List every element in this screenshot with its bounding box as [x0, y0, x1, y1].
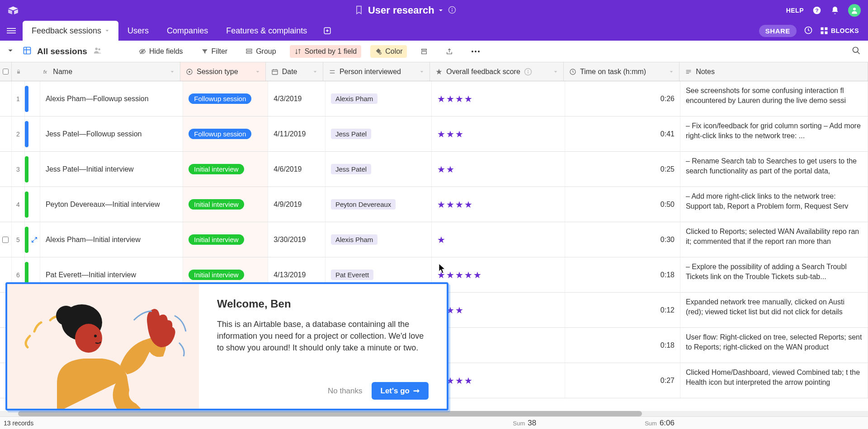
tab-users[interactable]: Users [118, 21, 158, 41]
filter-button[interactable]: Filter [197, 45, 232, 58]
cell-notes[interactable]: User flow: Right-clicked on tree, select… [680, 328, 868, 363]
share-button[interactable]: SHARE [759, 25, 797, 37]
cell-notes[interactable]: – Fix icon/feedback for grid column sort… [680, 117, 868, 151]
sort-button[interactable]: Sorted by 1 field [290, 45, 362, 58]
cell-time[interactable]: 0:26 [565, 81, 680, 116]
cell-score[interactable]: ★★★★ [432, 81, 565, 116]
column-notes[interactable]: Notes [679, 62, 868, 81]
row-checkbox[interactable] [0, 152, 12, 187]
expand-row-button[interactable] [28, 152, 40, 187]
cell-time[interactable]: 0:18 [565, 257, 680, 292]
cell-notes[interactable]: – Explore the possibility of adding a Se… [680, 257, 868, 292]
cell-score[interactable]: ★★★ [432, 293, 565, 327]
cell-session-type[interactable]: Followup session [183, 81, 268, 116]
share-view-button[interactable] [441, 46, 458, 57]
row-checkbox[interactable] [0, 187, 12, 222]
search-button[interactable] [852, 46, 861, 56]
column-session-type[interactable]: Session type [180, 62, 266, 81]
cell-score[interactable]: ★★ [432, 152, 565, 187]
app-logo[interactable] [7, 5, 19, 16]
row-checkbox[interactable] [0, 81, 12, 116]
cell-person[interactable]: Alexis Pham [326, 222, 432, 257]
cell-time[interactable]: 0:30 [565, 222, 680, 257]
cell-person[interactable]: Jess Patel [326, 117, 432, 151]
view-name[interactable]: All sessions [37, 47, 87, 56]
row-height-button[interactable] [416, 46, 432, 57]
table-row[interactable]: 3Jess Patel—Initial interviewInitial int… [0, 152, 868, 187]
cell-time[interactable]: 0:25 [565, 152, 680, 187]
tab-companies[interactable]: Companies [158, 21, 217, 41]
cell-session-type[interactable]: Followup session [183, 117, 268, 151]
sum-time[interactable]: Sum 6:06 [645, 419, 675, 428]
cell-notes[interactable]: – Add more right-click links to the netw… [680, 187, 868, 222]
cell-session-type[interactable]: Initial interview [183, 222, 268, 257]
cell-score[interactable]: ★★★ [432, 117, 565, 151]
cell-time[interactable]: 0:27 [565, 363, 680, 398]
lets-go-button[interactable]: Let's go ➞ [372, 382, 429, 400]
cell-person[interactable]: Peyton Devereaux [326, 187, 432, 222]
group-button[interactable]: Group [241, 45, 280, 58]
cell-time[interactable]: 0:50 [565, 187, 680, 222]
column-score[interactable]: Overall feedback score [430, 62, 564, 81]
select-all-checkbox[interactable] [0, 62, 12, 81]
cell-date[interactable]: 4/3/2019 [268, 81, 326, 116]
cell-score[interactable]: ★★★★ [432, 363, 565, 398]
help-link[interactable]: HELP [786, 7, 804, 14]
more-button[interactable] [467, 48, 485, 55]
cell-notes[interactable]: Expanded network tree manually, clicked … [680, 293, 868, 327]
cell-notes[interactable]: See screenshots for some confusing inter… [680, 81, 868, 116]
column-name[interactable]: fx Name [37, 62, 180, 81]
row-checkbox[interactable] [0, 222, 12, 257]
blocks-button[interactable]: BLOCKS [820, 27, 859, 35]
cell-name[interactable]: Alexis Pham—Followup session [40, 81, 183, 116]
cell-person[interactable]: Jess Patel [326, 152, 432, 187]
cell-score[interactable]: ★ [432, 328, 565, 363]
no-thanks-button[interactable]: No thanks [328, 387, 363, 396]
info-icon[interactable] [524, 68, 532, 76]
expand-row-button[interactable] [28, 222, 40, 257]
cell-notes[interactable]: Clicked to Reports; selected WAN Availab… [680, 222, 868, 257]
cell-score[interactable]: ★★★★★ [432, 257, 565, 292]
cell-session-type[interactable]: Initial interview [183, 187, 268, 222]
cell-time[interactable]: 0:41 [565, 117, 680, 151]
tab-feedback-sessions[interactable]: Feedback sessions [23, 21, 118, 41]
cell-name[interactable]: Jess Patel—Initial interview [40, 152, 183, 187]
table-row[interactable]: 4Peyton Devereaux—Initial interviewIniti… [0, 187, 868, 222]
cell-date[interactable]: 4/11/2019 [268, 117, 326, 151]
color-button[interactable]: Color [370, 45, 407, 58]
expand-row-button[interactable] [28, 187, 40, 222]
table-row[interactable]: 1Alexis Pham—Followup sessionFollowup se… [0, 81, 868, 117]
hide-fields-button[interactable]: Hide fields [134, 45, 188, 58]
info-icon[interactable] [448, 6, 456, 15]
notifications-icon[interactable] [830, 5, 840, 15]
column-time[interactable]: Time on task (h:mm) [564, 62, 679, 81]
view-menu-caret[interactable] [7, 47, 14, 55]
column-person[interactable]: Person interviewed [323, 62, 430, 81]
cell-date[interactable]: 3/30/2019 [268, 222, 326, 257]
base-title[interactable]: User research [368, 5, 443, 16]
cell-date[interactable]: 4/6/2019 [268, 152, 326, 187]
cell-name[interactable]: Alexis Pham—Initial interview [40, 222, 183, 257]
cell-session-type[interactable]: Initial interview [183, 152, 268, 187]
cell-name[interactable]: Jess Patel—Followup session [40, 117, 183, 151]
cell-time[interactable]: 0:12 [565, 293, 680, 327]
add-table-button[interactable] [316, 21, 339, 41]
cell-name[interactable]: Peyton Devereaux—Initial interview [40, 187, 183, 222]
cell-time[interactable]: 0:18 [565, 328, 680, 363]
expand-row-button[interactable] [28, 81, 40, 116]
cell-date[interactable]: 4/9/2019 [268, 187, 326, 222]
cell-person[interactable]: Alexis Pham [326, 81, 432, 116]
favorite-icon[interactable] [354, 5, 363, 16]
expand-row-button[interactable] [28, 117, 40, 151]
sum-score[interactable]: Sum 38 [513, 419, 537, 428]
horizontal-scrollbar[interactable] [0, 411, 868, 416]
tab-features-complaints[interactable]: Features & complaints [217, 21, 316, 41]
cell-score[interactable]: ★ [432, 222, 565, 257]
help-icon[interactable]: ? [812, 5, 822, 15]
collaborators-icon[interactable] [93, 46, 103, 57]
table-row[interactable]: 2Jess Patel—Followup sessionFollowup ses… [0, 117, 868, 152]
row-checkbox[interactable] [0, 117, 12, 151]
history-icon[interactable] [804, 26, 813, 36]
cell-score[interactable]: ★★★★ [432, 187, 565, 222]
cell-notes[interactable]: Clicked Home/Dashboard, viewed Combined … [680, 363, 868, 398]
